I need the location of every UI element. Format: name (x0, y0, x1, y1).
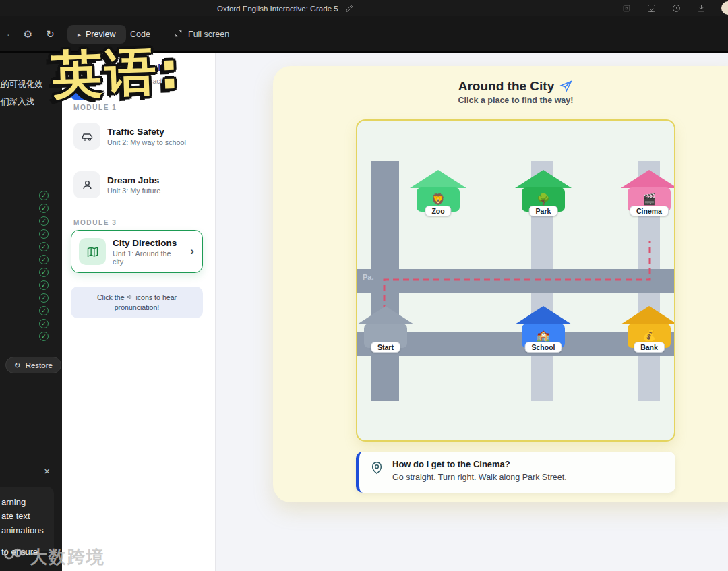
module-item-dream-jobs[interactable]: Dream Jobs Unit 3: My future (70, 167, 205, 202)
lion-emoji-icon: 🦁 (431, 194, 445, 205)
watermark-logo-icon (3, 545, 26, 570)
module-item-subtitle: Unit 2: My way to school (107, 138, 186, 146)
check-icon: ✓ (39, 216, 49, 226)
person-icon (73, 171, 100, 198)
check-icon: ✓ (39, 255, 49, 264)
map-place-start[interactable]: Start (357, 306, 414, 348)
module-item-subtitle: Unit 1: Around the city (113, 249, 183, 266)
direction-question: How do I get to the Cinema? (392, 459, 567, 469)
tree-emoji-icon: 🌳 (537, 194, 550, 205)
map-place-zoo[interactable]: 🦁 Zoo (410, 170, 466, 212)
restore-icon: ↻ (14, 361, 21, 370)
map-place-cinema[interactable]: 🎬 Cinema (621, 170, 675, 212)
clapperboard-emoji-icon: 🎬 (642, 194, 656, 205)
edit-title-pencil-icon[interactable] (344, 3, 355, 13)
building-roof (515, 170, 572, 188)
route-path (357, 121, 675, 442)
check-icon: ✓ (39, 242, 49, 251)
screen: Oxford English Interactive: Grade 5 · (0, 0, 728, 571)
section-label-module-3: MODULE 3 (73, 219, 117, 227)
direction-answer: Go straight. Turn right. Walk along Park… (392, 473, 567, 482)
module-item-title: City Directions (113, 238, 183, 248)
close-icon[interactable]: × (44, 465, 50, 477)
place-label: School (524, 342, 562, 353)
pronunciation-tip: Click the icons to hear pronunciation! (71, 287, 203, 318)
app-header: Around the City Click a place to find th… (356, 79, 675, 105)
check-icon: ✓ (39, 319, 49, 328)
building-roof (357, 306, 414, 324)
school-emoji-icon: 🏫 (537, 330, 550, 341)
car-icon (73, 123, 100, 150)
window-icon[interactable] (621, 3, 632, 13)
check-icon: ✓ (39, 204, 49, 213)
refresh-icon[interactable]: ↻ (46, 28, 55, 40)
avatar[interactable] (721, 1, 728, 15)
directions-card: How do I get to the Cinema? Go straight.… (356, 452, 675, 493)
gear-icon[interactable]: ⚙ (24, 28, 32, 40)
module-item-title: Traffic Safety (107, 127, 186, 137)
module-item-traffic-safety[interactable]: Traffic Safety Unit 2: My way to school (70, 119, 205, 154)
moneybag-emoji-icon: 💰 (642, 330, 656, 341)
map-place-park[interactable]: 🌳 Park (515, 170, 572, 212)
app-subtitle: Click a place to find the way! (356, 96, 675, 105)
paper-plane-icon (559, 80, 573, 93)
map-place-bank[interactable]: 💰 Bank (621, 306, 675, 348)
chevron-right-icon: › (190, 245, 194, 258)
place-label: Cinema (630, 206, 669, 216)
place-label: Park (529, 206, 558, 216)
module-panel: Oxford English Grade 5 · Interactive MOD… (62, 53, 216, 571)
app-title: Around the City (458, 79, 555, 94)
check-icon: ✓ (39, 280, 49, 290)
restore-button[interactable]: ↻ Restore (5, 357, 61, 373)
check-icon: ✓ (39, 191, 49, 200)
preview-area: Around the City Click a place to find th… (216, 53, 728, 571)
check-icon: ✓ (39, 332, 49, 341)
overflow-dot-icon: · (7, 29, 10, 40)
app-panel: Around the City Click a place to find th… (273, 66, 728, 502)
title-bar: Oxford English Interactive: Grade 5 (0, 0, 728, 16)
speaker-icon (126, 293, 133, 301)
place-label: Bank (634, 342, 665, 353)
location-pin-icon (369, 460, 384, 475)
map-place-school[interactable]: 🏫 School (515, 306, 572, 348)
module-item-city-directions[interactable]: City Directions Unit 1: Around the city … (71, 230, 203, 273)
module-item-title: Dream Jobs (107, 175, 160, 185)
place-label: Zoo (425, 206, 451, 216)
fullscreen-button[interactable]: Full screen (174, 29, 229, 40)
city-map: Pa. 🦁 Zoo 🌳 Park 🎬 (356, 119, 675, 442)
notes-icon[interactable] (646, 3, 657, 13)
video-caption-overlay: 英语: (50, 37, 183, 111)
check-icon: ✓ (39, 229, 49, 239)
window-title: Oxford English Interactive: Grade 5 (217, 5, 338, 13)
check-icon: ✓ (39, 306, 49, 315)
check-column: ✓✓✓✓✓✓✓✓✓✓✓✓ (39, 191, 49, 341)
agent-sidebar: 交互的可视化效 孩子们深入浅 ✓✓✓✓✓✓✓✓✓✓✓✓ ↻ Restore × … (0, 53, 62, 571)
check-icon: ✓ (39, 268, 49, 277)
building-roof (621, 170, 675, 188)
download-icon[interactable] (696, 3, 706, 13)
agent-info-panel: arning ate text animations to ensure (0, 487, 54, 551)
building-roof (515, 306, 572, 324)
history-icon[interactable] (671, 3, 681, 13)
map-icon (79, 238, 106, 265)
module-item-subtitle: Unit 3: My future (107, 187, 160, 195)
building-roof (621, 306, 675, 324)
place-label: Start (371, 342, 400, 353)
check-icon: ✓ (39, 293, 49, 303)
watermark: 大数跨境 (3, 545, 105, 570)
preview-play-icon: ▸ (78, 31, 81, 38)
building-roof (410, 170, 466, 188)
